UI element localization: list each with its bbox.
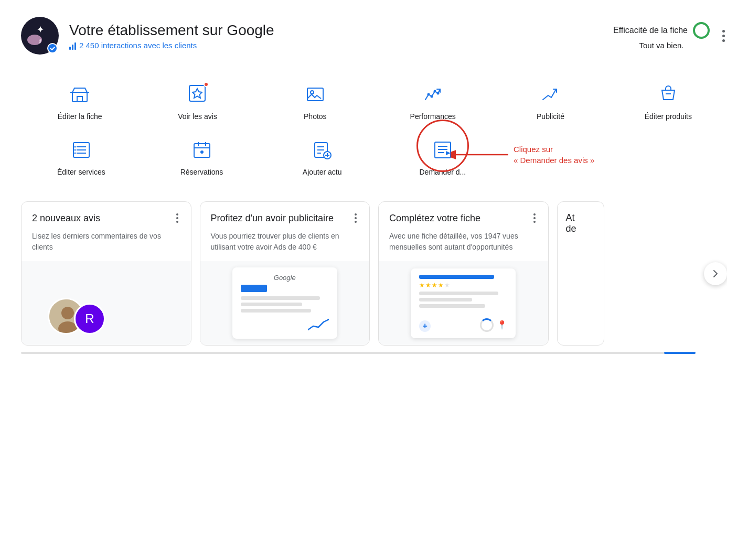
svg-rect-5: [77, 96, 82, 102]
nav-item-ajouter-actu[interactable]: Ajouter actu: [262, 129, 382, 185]
card-avis: 2 nouveaux avis Lisez les derniers comme…: [21, 201, 191, 346]
calendar-icon: [189, 137, 215, 163]
scroll-next-button[interactable]: [704, 262, 727, 285]
svg-point-12: [431, 96, 433, 98]
svg-marker-8: [193, 89, 202, 98]
nav-label-editer-fiche: Éditer la fiche: [58, 112, 102, 121]
nav-label-photos: Photos: [304, 112, 327, 121]
scrollbar-track: [21, 352, 696, 354]
shopping-bag-icon: [656, 82, 681, 107]
card-fiche-title: Complétez votre fiche: [389, 212, 480, 224]
nav-item-editer-services[interactable]: Éditer services: [21, 129, 142, 185]
publicite-icon: [538, 82, 563, 107]
nav-item-editer-fiche[interactable]: Éditer la fiche: [21, 73, 138, 129]
svg-marker-36: [446, 151, 451, 155]
image-icon: [303, 82, 328, 107]
card-fiche-body: Avec une fiche détaillée, vos 1947 vues …: [389, 231, 538, 253]
svg-point-14: [437, 93, 439, 94]
card-avoir-more[interactable]: [352, 212, 359, 224]
bar-chart-icon: [69, 41, 76, 50]
interactions[interactable]: 2 450 interactions avec les clients: [69, 41, 274, 50]
nav-label-editer-services: Éditer services: [57, 168, 105, 176]
card-partial: At de: [557, 201, 604, 346]
nav-label-performances: Performances: [410, 112, 456, 121]
header-left: ✦ ☿ Votre établissement sur Google: [21, 17, 274, 55]
card-avis-image: R: [22, 261, 191, 345]
card-fiche-image: + 📍: [379, 261, 548, 345]
business-title: Votre établissement sur Google: [69, 21, 274, 39]
list-icon: [69, 137, 94, 163]
header-title-block: Votre établissement sur Google 2 450 int…: [69, 21, 274, 50]
nav-row-2: Éditer services Réservations: [21, 129, 727, 185]
card-avoir-title: Profitez d'un avoir publicitaire: [211, 212, 334, 224]
avatar: ✦ ☿: [21, 17, 59, 55]
nav-item-voir-avis[interactable]: Voir les avis: [138, 73, 256, 129]
nav-label-publicite: Publicité: [537, 112, 564, 121]
status-circle-icon: [693, 22, 710, 39]
partial-card-title: At: [566, 212, 575, 223]
svg-text:☿: ☿: [38, 38, 41, 44]
svg-point-13: [434, 91, 436, 92]
article-add-icon: [309, 137, 335, 163]
nav-item-demander[interactable]: Demander d... Cliquez sur «: [382, 129, 503, 185]
efficacite-label: Efficacité de la fiche: [613, 26, 688, 35]
verified-badge: [47, 43, 58, 53]
cards-section: 2 nouveaux avis Lisez les derniers comme…: [21, 201, 727, 346]
svg-point-10: [311, 91, 314, 94]
more-options-button[interactable]: [720, 26, 727, 46]
status-text: Tout va bien.: [639, 41, 683, 50]
card-avis-more[interactable]: [174, 212, 180, 224]
svg-point-40: [61, 307, 74, 319]
svg-text:✦: ✦: [37, 25, 44, 34]
svg-point-11: [428, 94, 430, 95]
nav-wrapper: Éditer la fiche Voir les avis: [21, 73, 727, 185]
nav-label-ajouter-actu: Ajouter actu: [303, 168, 342, 176]
nav-item-performances[interactable]: Performances: [374, 73, 491, 129]
store-icon: [67, 82, 92, 107]
notification-dot: [204, 82, 209, 87]
nav-label-reservations: Réservations: [180, 168, 223, 176]
card-avoir-image: Google: [200, 261, 370, 345]
card-avoir-body: Vous pourriez trouver plus de clients en…: [211, 231, 359, 253]
partial-card-subtitle: de: [566, 223, 576, 234]
efficacite-block: Efficacité de la fiche Tout va bien.: [613, 22, 710, 50]
interactions-text: 2 450 interactions avec les clients: [79, 41, 197, 50]
nav-item-publicite[interactable]: Publicité: [491, 73, 609, 129]
nav-item-editer-produits[interactable]: Éditer produits: [610, 73, 727, 129]
nav-label-editer-produits: Éditer produits: [645, 112, 692, 121]
card-fiche-more[interactable]: [531, 212, 538, 224]
cards-section-wrapper: 2 nouveaux avis Lisez les derniers comme…: [21, 201, 727, 354]
card-avis-body: Lisez les derniers commentaires de vos c…: [32, 231, 180, 253]
nav-item-photos[interactable]: Photos: [257, 73, 374, 129]
nav-label-voir-avis: Voir les avis: [178, 112, 217, 121]
nav-item-reservations[interactable]: Réservations: [142, 129, 262, 185]
scrollbar-thumb[interactable]: [664, 352, 696, 354]
header: ✦ ☿ Votre établissement sur Google: [21, 17, 727, 55]
nav-row-1: Éditer la fiche Voir les avis: [21, 73, 727, 129]
svg-point-27: [200, 150, 204, 154]
card-fiche: Complétez votre fiche Avec une fiche dét…: [378, 201, 549, 346]
review-request-icon: [430, 137, 455, 163]
star-icon: [185, 82, 210, 107]
header-right: Efficacité de la fiche Tout va bien.: [613, 22, 727, 50]
card-avoir: Profitez d'un avoir publicitaire Vous po…: [200, 201, 370, 346]
performances-icon: [420, 82, 445, 107]
nav-label-demander: Demander d...: [419, 168, 466, 176]
card-avis-title: 2 nouveaux avis: [32, 212, 100, 224]
avatar-r-letter: R: [74, 303, 105, 335]
